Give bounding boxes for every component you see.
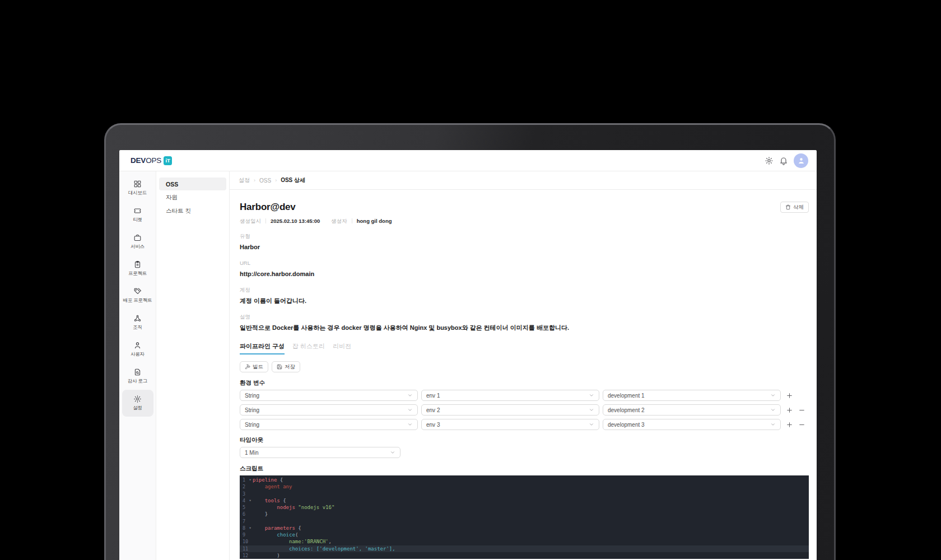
header-icons bbox=[765, 153, 808, 168]
sidebar-item-settings[interactable]: 설정 bbox=[122, 390, 153, 417]
delete-button-label: 삭제 bbox=[793, 204, 804, 211]
chevron-down-icon bbox=[589, 407, 594, 413]
sidebar-item-dashboard[interactable]: 대시보드 bbox=[122, 175, 153, 202]
tab-job-history[interactable]: 잡 히스토리 bbox=[292, 343, 325, 354]
add-row-button[interactable] bbox=[786, 407, 793, 414]
delete-button[interactable]: 삭제 bbox=[780, 202, 809, 213]
chevron-down-icon bbox=[407, 407, 413, 413]
env-var-row: String env 3 development 3 bbox=[240, 419, 809, 430]
add-row-button[interactable] bbox=[786, 392, 793, 399]
subsidebar-item-start-kit[interactable]: 스타트 킷 bbox=[159, 204, 226, 217]
devops-logo: DEV OPS iT bbox=[131, 156, 172, 165]
timeout-select[interactable]: 1 Min bbox=[240, 447, 400, 458]
env-value-select[interactable]: development 2 bbox=[603, 404, 781, 416]
app-header: DEV OPS iT bbox=[119, 150, 817, 171]
subsidebar-item-oss[interactable]: OSS bbox=[159, 178, 226, 190]
network-icon bbox=[133, 314, 142, 323]
briefcase-icon bbox=[133, 234, 142, 242]
code-lines: 1▾pipeline {2 agent any34▾ tools {5 node… bbox=[240, 477, 809, 559]
breadcrumb-item[interactable]: OSS bbox=[259, 178, 271, 184]
sidebar-item-audit-log[interactable]: 감사 로그 bbox=[122, 363, 153, 390]
created-at: 생성일시 2025.02.10 13:45:00 bbox=[240, 217, 320, 225]
chevron-down-icon bbox=[770, 393, 776, 398]
save-button-label: 저장 bbox=[285, 363, 295, 371]
field-type: 유형 Harbor bbox=[240, 232, 809, 251]
field-label: 계정 bbox=[240, 286, 809, 293]
chevron-right-icon: › bbox=[254, 178, 255, 183]
field-value: 계정 이름이 들어갑니다. bbox=[240, 297, 809, 305]
chevron-right-icon: › bbox=[275, 178, 277, 183]
select-value: String bbox=[245, 422, 259, 428]
icon-sidebar: 대시보드 티켓 서비스 프로젝트 배포 프로젝트 bbox=[119, 171, 156, 560]
bell-icon[interactable] bbox=[779, 156, 788, 165]
select-value: String bbox=[245, 407, 259, 413]
tab-pipeline-config[interactable]: 파이프라인 구성 bbox=[240, 343, 285, 354]
save-button[interactable]: 저장 bbox=[272, 361, 300, 372]
sidebar-item-ticket[interactable]: 티켓 bbox=[122, 202, 153, 228]
sidebar-item-label: 배포 프로젝트 bbox=[123, 297, 152, 304]
meta-row: 생성일시 2025.02.10 13:45:00 생성자 hong gil do… bbox=[240, 217, 809, 225]
tags-icon bbox=[133, 287, 142, 296]
env-type-select[interactable]: String bbox=[240, 390, 418, 401]
build-button[interactable]: 빌드 bbox=[240, 361, 268, 372]
env-type-select[interactable]: String bbox=[240, 404, 418, 416]
field-url: URL http://core.harbor.domain bbox=[240, 259, 809, 278]
save-icon bbox=[277, 364, 282, 370]
sidebar-item-project[interactable]: 프로젝트 bbox=[122, 255, 153, 282]
build-button-label: 빌드 bbox=[253, 363, 263, 371]
sidebar-item-label: 설정 bbox=[133, 405, 142, 412]
field-description: 설명 일반적으로 Docker를 사용하는 경우 docker 명령을 사용하여… bbox=[240, 313, 809, 332]
sidebar-item-organization[interactable]: 조직 bbox=[122, 309, 153, 336]
env-value-select[interactable]: development 3 bbox=[603, 419, 781, 430]
minus-icon bbox=[798, 421, 805, 428]
app-screen: DEV OPS iT 대시보드 bbox=[119, 150, 817, 560]
plus-icon bbox=[786, 407, 793, 414]
meta-label: 생성자 bbox=[331, 217, 347, 225]
env-var-row: String env 2 development 2 bbox=[240, 404, 809, 416]
laptop-frame: DEV OPS iT 대시보드 bbox=[104, 123, 836, 560]
timeout-label: 타임아웃 bbox=[240, 436, 809, 444]
script-code-editor[interactable]: 1▾pipeline {2 agent any34▾ tools {5 node… bbox=[240, 475, 809, 559]
breadcrumb-item[interactable]: 설정 bbox=[239, 176, 250, 184]
remove-row-button[interactable] bbox=[798, 421, 805, 428]
dashboard-icon bbox=[133, 180, 142, 188]
sidebar-item-deploy-project[interactable]: 배포 프로젝트 bbox=[122, 282, 153, 309]
file-search-icon bbox=[133, 368, 142, 376]
chevron-down-icon bbox=[770, 422, 776, 427]
select-value: env 1 bbox=[426, 393, 440, 399]
add-row-button[interactable] bbox=[786, 421, 793, 428]
script-label: 스크립트 bbox=[240, 465, 809, 472]
field-value: 일반적으로 Docker를 사용하는 경우 docker 명령을 사용하여 Ng… bbox=[240, 324, 809, 332]
logo-text-dev: DEV bbox=[131, 156, 146, 165]
chevron-down-icon bbox=[589, 422, 594, 427]
divider bbox=[265, 218, 266, 223]
user-avatar[interactable] bbox=[794, 153, 808, 168]
tab-revision[interactable]: 리비전 bbox=[333, 343, 351, 354]
env-var-row: String env 1 development 1 bbox=[240, 390, 809, 401]
plus-icon bbox=[786, 421, 793, 428]
env-value-select[interactable]: development 1 bbox=[603, 390, 781, 401]
meta-label: 생성일시 bbox=[240, 217, 261, 225]
subsidebar-item-resource[interactable]: 자원 bbox=[159, 191, 226, 204]
env-name-select[interactable]: env 1 bbox=[421, 390, 599, 401]
created-by: 생성자 hong gil dong bbox=[331, 217, 392, 225]
clipboard-icon bbox=[133, 260, 142, 269]
sidebar-item-service[interactable]: 서비스 bbox=[122, 228, 153, 255]
env-vars-label: 환경 변수 bbox=[240, 379, 809, 386]
chevron-down-icon bbox=[407, 393, 413, 398]
env-name-select[interactable]: env 3 bbox=[421, 419, 599, 430]
logo-text-ops: OPS bbox=[146, 156, 161, 165]
env-type-select[interactable]: String bbox=[240, 419, 418, 430]
env-name-select[interactable]: env 2 bbox=[421, 404, 599, 416]
select-value: String bbox=[245, 393, 259, 399]
minus-icon bbox=[798, 407, 805, 414]
subsidebar-item-label: OSS bbox=[166, 181, 178, 188]
sidebar-item-users[interactable]: 사용자 bbox=[122, 336, 153, 363]
chevron-down-icon bbox=[390, 450, 395, 455]
field-value: Harbor bbox=[240, 243, 809, 251]
settings-sub-sidebar: OSS 자원 스타트 킷 bbox=[156, 171, 230, 560]
select-value: development 3 bbox=[608, 422, 645, 428]
person-icon bbox=[797, 156, 805, 165]
gear-icon[interactable] bbox=[765, 156, 774, 165]
remove-row-button[interactable] bbox=[798, 407, 805, 414]
